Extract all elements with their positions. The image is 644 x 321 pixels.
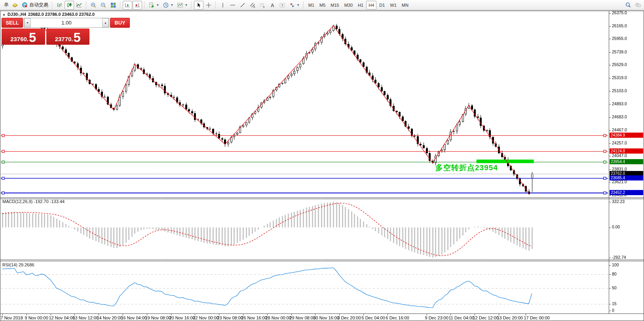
chart-shift-button[interactable] <box>133 1 142 9</box>
button-label: W1 <box>390 3 397 8</box>
indicators-icon <box>148 2 155 8</box>
horizontal-line-icon <box>230 2 236 8</box>
vertical-line-icon <box>220 2 226 8</box>
chart-title: ▲ DJ30-,H4 23682.0 23786.0 23463.0 23762… <box>2 12 95 17</box>
timeframe-mn[interactable]: MN <box>399 1 411 9</box>
channel-icon: E <box>249 2 256 8</box>
axis-price-label: 23685.4 <box>610 175 643 180</box>
chart-symbol-period: DJ30-,H4 <box>8 12 26 17</box>
horizontal-line-tool-button[interactable] <box>228 1 237 9</box>
axis-price-label: 23452.2 <box>610 190 643 195</box>
zoom-out-icon <box>100 2 106 8</box>
rsi-header: RSI(14) 29.2686 <box>2 262 34 267</box>
timeframe-m30[interactable]: M30 <box>342 1 355 9</box>
auto-scroll-icon <box>124 2 131 8</box>
timeframe-m1[interactable]: M1 <box>306 1 317 9</box>
label-icon: T <box>279 2 285 8</box>
sell-price-dot: . <box>27 34 28 44</box>
trendline-tool-button[interactable] <box>238 1 247 9</box>
chart-annotation[interactable]: 多空转折点23954 <box>435 163 498 173</box>
line-chart-mode-button[interactable] <box>74 1 84 9</box>
market-book-button[interactable] <box>10 1 20 9</box>
arrows-tool-button[interactable]: ▼ <box>287 1 301 9</box>
button-label: H4 <box>369 3 374 8</box>
timeframe-h4[interactable]: H4 <box>366 1 376 9</box>
timeframe-d1[interactable]: D1 <box>377 1 387 9</box>
bar-chart-icon <box>56 2 63 8</box>
vertical-line-tool-button[interactable] <box>218 1 228 9</box>
community-icon <box>635 2 641 8</box>
cursor-tool-button[interactable] <box>194 1 203 9</box>
buy-price-dot: . <box>71 34 73 44</box>
community-button[interactable] <box>633 1 643 9</box>
price-chart-canvas[interactable] <box>0 0 644 321</box>
sell-button[interactable]: SELL <box>2 18 23 28</box>
label-tool-button[interactable]: T <box>277 1 287 9</box>
svg-text:A: A <box>271 2 274 8</box>
toolbar-separator <box>215 2 216 9</box>
text-icon: A <box>269 2 275 8</box>
text-tool-button[interactable]: A <box>268 1 277 9</box>
sell-price[interactable]: 23760.5 <box>2 28 45 45</box>
auto-scroll-button[interactable] <box>123 1 132 9</box>
buy-price[interactable]: 23770.5 <box>46 28 90 45</box>
sell-price-main: 23760 <box>10 34 27 44</box>
toolbar-separator <box>86 2 87 9</box>
one-click-trading-panel: SELL ▼ ▲ BUY 23760.5 23770.5 <box>2 18 89 45</box>
macd-header: MACD(12,26,9) -192.70 -133.44 <box>2 199 65 204</box>
button-label: D1 <box>379 3 385 8</box>
bar-chart-mode-button[interactable] <box>55 1 64 9</box>
volume-stepper: ▼ ▲ <box>24 18 109 28</box>
fibonacci-icon: F <box>259 2 266 8</box>
svg-text:T: T <box>281 3 283 7</box>
buy-price-big-digit: 5 <box>74 31 81 44</box>
indicators-list-button[interactable]: ▼ <box>147 1 161 9</box>
timeframe-m15[interactable]: M15 <box>328 1 341 9</box>
crosshair-tool-button[interactable] <box>204 1 213 9</box>
zoom-out-button[interactable] <box>99 1 108 9</box>
chevron-down-icon[interactable]: ▼ <box>185 4 188 6</box>
button-label: M5 <box>319 3 325 8</box>
toolbar-separator <box>52 2 53 9</box>
periods-button[interactable]: ▼ <box>161 1 175 9</box>
sell-price-big-digit: 5 <box>29 31 36 44</box>
search-button[interactable] <box>623 1 633 9</box>
crosshair-icon <box>205 2 212 8</box>
tile-windows-button[interactable] <box>108 1 118 9</box>
svg-text:E: E <box>253 5 255 8</box>
auto-trading-button[interactable]: 自动交易 <box>20 1 50 9</box>
new-order-button[interactable]: 单 <box>1 1 10 9</box>
timeframe-h1[interactable]: H1 <box>355 1 366 9</box>
candlestick-mode-button[interactable] <box>65 1 74 9</box>
axis-price-label: 24124.8 <box>610 148 643 154</box>
volume-input[interactable] <box>31 18 102 27</box>
line-chart-icon <box>76 2 82 8</box>
volume-up-button[interactable]: ▲ <box>102 18 109 27</box>
arrows-icon <box>289 2 295 8</box>
volume-down-button[interactable]: ▼ <box>24 18 31 27</box>
toolbar-separator <box>120 2 121 9</box>
main-toolbar: 单自动交易▼▼▼EFAT▼M1M5M15M30H1H4D1W1MN <box>0 0 644 10</box>
templates-icon <box>177 2 183 8</box>
timeframe-m5[interactable]: M5 <box>317 1 328 9</box>
channel-tool-button[interactable]: E <box>248 1 257 9</box>
chevron-down-icon[interactable]: ▼ <box>156 4 159 6</box>
button-label: 自动交易 <box>29 2 48 8</box>
timeframe-w1[interactable]: W1 <box>388 1 399 9</box>
candlestick-icon <box>66 2 72 8</box>
buy-button[interactable]: BUY <box>110 18 130 28</box>
periods-icon <box>163 2 169 8</box>
templates-button[interactable]: ▼ <box>175 1 189 9</box>
button-label: MN <box>402 3 408 8</box>
collapse-chart-icon[interactable]: ▲ <box>2 13 6 16</box>
button-label: H1 <box>358 3 363 8</box>
chart-ohlc: 23682.0 23786.0 23463.0 23762.0 <box>28 12 95 17</box>
chevron-down-icon[interactable]: ▼ <box>171 4 173 6</box>
buy-price-main: 23770 <box>55 34 72 44</box>
zoom-in-button[interactable] <box>89 1 98 9</box>
book-icon <box>12 2 18 8</box>
axis-price-label: 24384.9 <box>610 133 643 138</box>
fibonacci-tool-button[interactable]: F <box>258 1 267 9</box>
chevron-down-icon[interactable]: ▼ <box>297 4 300 6</box>
button-label: M30 <box>344 3 353 8</box>
